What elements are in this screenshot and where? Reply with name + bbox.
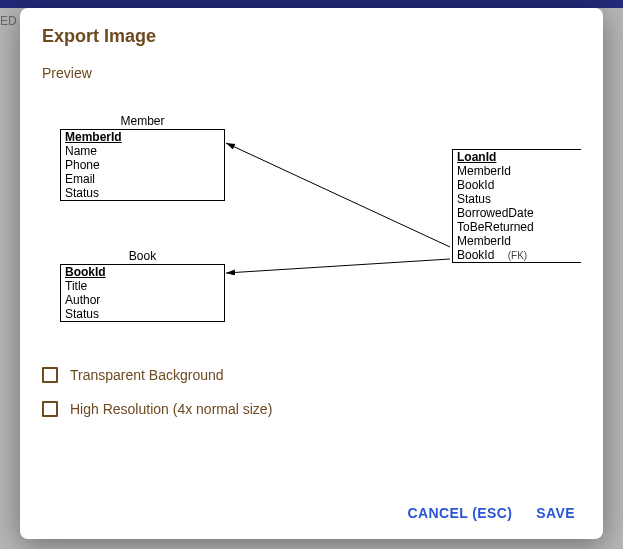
- entity-member-title: Member: [61, 114, 224, 128]
- entity-loan-field: BookId: [453, 178, 581, 192]
- entity-loan-field: ToBeReturned: [453, 220, 581, 234]
- save-button[interactable]: SAVE: [536, 505, 575, 521]
- entity-loan-field: MemberId: [453, 234, 581, 248]
- entity-loan-field: BorrowedDate: [453, 206, 581, 220]
- app-topbar: [0, 0, 623, 8]
- background-cutoff-text: ED: [0, 14, 17, 28]
- cancel-button[interactable]: CANCEL (ESC): [407, 505, 512, 521]
- preview-scroll-area[interactable]: Member MemberId Name Phone Email Status …: [42, 89, 581, 349]
- entity-book-field: Title: [61, 279, 224, 293]
- entity-loan: Loan LoanId MemberId BookId Status Borro…: [452, 149, 581, 263]
- export-image-dialog: Export Image Preview Member MemberId: [20, 8, 603, 539]
- option-transparent-background[interactable]: Transparent Background: [42, 367, 581, 383]
- entity-member-field: Status: [61, 186, 224, 200]
- option-label: Transparent Background: [70, 367, 224, 383]
- dialog-title: Export Image: [42, 26, 581, 47]
- entity-book: Book BookId Title Author Status: [60, 264, 225, 322]
- entity-book-title: Book: [61, 249, 224, 263]
- option-high-resolution[interactable]: High Resolution (4x normal size): [42, 401, 581, 417]
- entity-book-field: Status: [61, 307, 224, 321]
- entity-loan-field: Status: [453, 192, 581, 206]
- dialog-actions: CANCEL (ESC) SAVE: [42, 495, 581, 525]
- checkbox-icon: [42, 401, 58, 417]
- fk-marker: (FK): [508, 250, 527, 261]
- option-label: High Resolution (4x normal size): [70, 401, 272, 417]
- entity-member-field: MemberId: [61, 130, 224, 144]
- entity-book-field: BookId: [61, 265, 224, 279]
- entity-book-field: Author: [61, 293, 224, 307]
- preview-label: Preview: [42, 65, 581, 81]
- preview-pane: Member MemberId Name Phone Email Status …: [42, 89, 581, 349]
- entity-member-field: Email: [61, 172, 224, 186]
- svg-line-0: [226, 143, 450, 247]
- entity-loan-field: LoanId: [453, 150, 581, 164]
- entity-member-field: Name: [61, 144, 224, 158]
- entity-member: Member MemberId Name Phone Email Status: [60, 129, 225, 201]
- entity-loan-field: MemberId: [453, 164, 581, 178]
- entity-member-field: Phone: [61, 158, 224, 172]
- entity-loan-field: BookId (FK): [453, 248, 581, 263]
- entity-loan-title: Loan: [453, 134, 581, 148]
- checkbox-icon: [42, 367, 58, 383]
- svg-line-1: [226, 259, 450, 273]
- erd-canvas: Member MemberId Name Phone Email Status …: [42, 89, 581, 349]
